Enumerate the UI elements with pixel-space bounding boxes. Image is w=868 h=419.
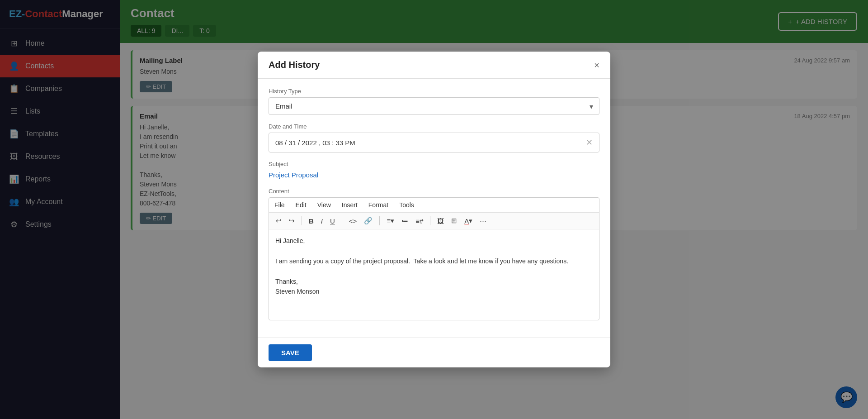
content-label: Content bbox=[269, 188, 599, 195]
toolbar-separator-2 bbox=[342, 216, 342, 225]
toolbar-separator-3 bbox=[379, 216, 380, 225]
editor-menubar: File Edit View Insert Format Tools bbox=[269, 198, 599, 213]
save-button[interactable]: SAVE bbox=[269, 344, 312, 361]
subject-label: Subject bbox=[269, 161, 599, 167]
undo-button[interactable]: ↩ bbox=[274, 215, 284, 226]
bullet-list-button[interactable]: ≔ bbox=[399, 215, 410, 226]
font-color-button[interactable]: A▾ bbox=[462, 215, 475, 226]
toolbar-separator-4 bbox=[430, 216, 430, 225]
ordered-list-button[interactable]: ≡# bbox=[413, 216, 425, 226]
menu-insert[interactable]: Insert bbox=[342, 201, 358, 209]
menu-file[interactable]: File bbox=[274, 201, 285, 209]
modal-wrapper: Add History × History Type Email Phone C… bbox=[258, 52, 610, 367]
subject-group: Subject Project Proposal bbox=[269, 161, 599, 180]
menu-tools[interactable]: Tools bbox=[399, 201, 414, 209]
menu-format[interactable]: Format bbox=[368, 201, 388, 209]
image-button[interactable]: 🖼 bbox=[435, 216, 446, 226]
datetime-field[interactable]: 08 / 31 / 2022 , 03 : 33 PM ✕ bbox=[269, 133, 599, 152]
toolbar-separator-1 bbox=[302, 216, 302, 225]
editor-container: File Edit View Insert Format Tools ↩ ↪ bbox=[269, 197, 599, 320]
align-button[interactable]: ≡▾ bbox=[384, 215, 396, 226]
add-history-modal: Add History × History Type Email Phone C… bbox=[258, 52, 610, 367]
underline-button[interactable]: U bbox=[328, 216, 337, 226]
modal-header: Add History × bbox=[258, 52, 610, 79]
editor-toolbar: ↩ ↪ B I U <> 🔗 ≡▾ ≔ ≡# bbox=[269, 213, 599, 229]
history-type-select-wrapper: Email Phone Call Meeting Note Task bbox=[269, 97, 599, 115]
menu-view[interactable]: View bbox=[317, 201, 331, 209]
more-button[interactable]: ⋯ bbox=[477, 215, 489, 226]
history-type-group: History Type Email Phone Call Meeting No… bbox=[269, 88, 599, 115]
modal-body: History Type Email Phone Call Meeting No… bbox=[258, 79, 610, 338]
datetime-value: 08 / 31 / 2022 , 03 : 33 PM bbox=[275, 139, 355, 147]
bold-button[interactable]: B bbox=[307, 216, 316, 226]
code-button[interactable]: <> bbox=[347, 216, 359, 226]
redo-button[interactable]: ↪ bbox=[287, 215, 297, 226]
modal-close-button[interactable]: × bbox=[594, 61, 599, 70]
datetime-group: Date and Time 08 / 31 / 2022 , 03 : 33 P… bbox=[269, 123, 599, 152]
editor-content-area[interactable]: Hi Janelle, I am sending you a copy of t… bbox=[269, 229, 599, 320]
table-button[interactable]: ⊞ bbox=[449, 215, 459, 226]
menu-edit[interactable]: Edit bbox=[296, 201, 307, 209]
link-button[interactable]: 🔗 bbox=[362, 215, 375, 226]
modal-footer: SAVE bbox=[258, 338, 610, 367]
subject-field[interactable]: Project Proposal bbox=[269, 170, 599, 180]
datetime-label: Date and Time bbox=[269, 123, 599, 130]
modal-overlay[interactable]: Add History × History Type Email Phone C… bbox=[0, 0, 868, 419]
history-type-label: History Type bbox=[269, 88, 599, 95]
datetime-clear-icon[interactable]: ✕ bbox=[586, 138, 593, 148]
modal-title: Add History bbox=[269, 60, 320, 70]
history-type-select[interactable]: Email Phone Call Meeting Note Task bbox=[269, 97, 599, 115]
italic-button[interactable]: I bbox=[319, 216, 325, 226]
content-group: Content File Edit View Insert Format Too… bbox=[269, 188, 599, 320]
